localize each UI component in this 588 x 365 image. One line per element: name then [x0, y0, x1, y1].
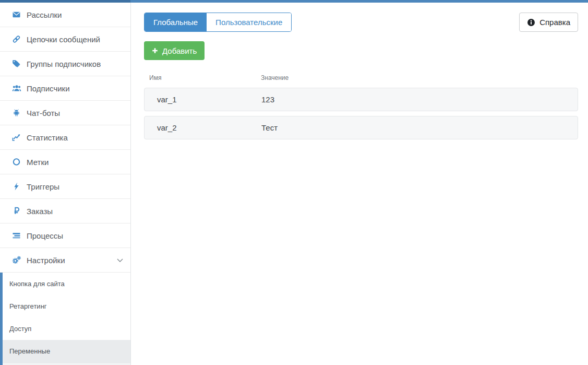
sidebar-item-label: Рассылки	[27, 10, 62, 19]
sidebar-item-subscriber-groups[interactable]: Группы подписчиков	[0, 52, 130, 76]
sidebar-item-label: Процессы	[27, 231, 63, 240]
link-icon	[11, 35, 21, 43]
variables-scope-tabs: Глобальные Пользовательские	[144, 13, 292, 32]
add-variable-button[interactable]: Добавить	[144, 41, 205, 60]
sidebar-item-labels[interactable]: Метки	[0, 150, 130, 174]
tasks-icon	[11, 231, 21, 240]
main-header: Глобальные Пользовательские Справка	[144, 13, 578, 32]
column-header-name: Имя	[149, 74, 261, 81]
tags-icon	[11, 60, 21, 68]
bolt-icon	[11, 182, 21, 191]
submenu-item-access[interactable]: Доступ	[3, 317, 130, 340]
add-button-label: Добавить	[162, 46, 197, 55]
table-row[interactable]: var_2 Тест	[144, 116, 578, 139]
tab-user[interactable]: Пользовательские	[207, 13, 291, 31]
sidebar-item-label: Статистика	[27, 133, 68, 142]
sidebar-item-label: Метки	[27, 158, 49, 167]
submenu-item-site-button[interactable]: Кнопка для сайта	[3, 273, 130, 295]
help-button-label: Справка	[539, 18, 570, 27]
circle-icon	[11, 158, 21, 166]
sidebar: Рассылки Цепочки сообщений Группы подпис…	[0, 3, 131, 365]
variable-name-cell: var_1	[157, 95, 261, 104]
sidebar-item-label: Группы подписчиков	[27, 60, 101, 68]
column-header-value: Значение	[261, 74, 578, 81]
sidebar-item-label: Чат-боты	[27, 109, 60, 117]
table-header-row: Имя Значение	[144, 74, 578, 88]
info-icon	[527, 18, 535, 27]
plus-icon	[152, 48, 158, 54]
help-button[interactable]: Справка	[519, 13, 578, 32]
ruble-icon	[11, 207, 21, 215]
variable-value-cell: 123	[261, 95, 578, 104]
sidebar-item-mailings[interactable]: Рассылки	[0, 3, 130, 27]
submenu-item-variables[interactable]: Переменные	[3, 340, 130, 362]
sidebar-item-label: Настройки	[27, 256, 65, 265]
sidebar-item-triggers[interactable]: Триггеры	[0, 174, 130, 199]
sidebar-item-label: Триггеры	[27, 182, 59, 191]
robot-icon	[11, 109, 21, 117]
variable-name-cell: var_2	[157, 123, 261, 132]
sidebar-item-settings[interactable]: Настройки	[0, 248, 130, 273]
sidebar-item-label: Цепочки сообщений	[27, 35, 100, 44]
envelope-icon	[11, 10, 21, 19]
tab-global[interactable]: Глобальные	[145, 13, 207, 31]
sidebar-item-processes[interactable]: Процессы	[0, 223, 130, 248]
sidebar-item-chatbots[interactable]: Чат-боты	[0, 101, 130, 125]
variable-value-cell: Тест	[261, 123, 578, 132]
line-chart-icon	[11, 133, 21, 142]
sidebar-bottom-filler	[3, 362, 130, 365]
sidebar-item-orders[interactable]: Заказы	[0, 199, 130, 223]
submenu-item-retargeting[interactable]: Ретаргетинг	[3, 295, 130, 317]
gears-icon	[11, 256, 21, 264]
main-content: Глобальные Пользовательские Справка Доба…	[131, 3, 588, 365]
sidebar-nav: Рассылки Цепочки сообщений Группы подпис…	[0, 3, 130, 273]
table-row[interactable]: var_1 123	[144, 88, 578, 111]
sidebar-item-subscribers[interactable]: Подписчики	[0, 76, 130, 101]
settings-submenu: Кнопка для сайта Ретаргетинг Доступ Пере…	[0, 273, 130, 365]
variables-table: Имя Значение var_1 123 var_2 Тест	[144, 74, 578, 139]
sidebar-item-label: Подписчики	[27, 84, 70, 93]
sidebar-item-message-chains[interactable]: Цепочки сообщений	[0, 27, 130, 52]
sidebar-item-label: Заказы	[27, 207, 53, 216]
chevron-down-icon	[117, 258, 123, 262]
users-icon	[11, 84, 21, 92]
sidebar-item-statistics[interactable]: Статистика	[0, 125, 130, 150]
